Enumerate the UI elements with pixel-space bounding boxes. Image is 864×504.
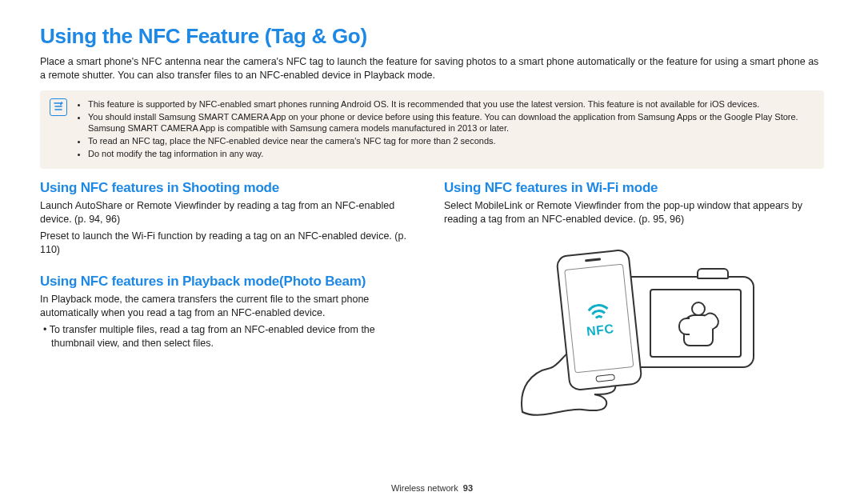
bullet-item: To transfer multiple files, read a tag f… [40,323,420,350]
phone-outline: NFC [555,248,642,391]
left-column: Using NFC features in Shooting mode Laun… [40,180,420,412]
nfc-signal-icon [581,298,615,323]
nfc-label: NFC [586,322,614,338]
right-column: Using NFC features in Wi-Fi mode Select … [444,180,824,412]
illustration-container: NFC [444,244,824,412]
page-number: 93 [463,483,473,493]
body-text: Launch AutoShare or Remote Viewfinder by… [40,199,420,226]
nfc-illustration: NFC [514,244,754,412]
phone-home-button [595,374,615,382]
body-text: Select MobileLink or Remote Viewfinder f… [444,199,824,226]
info-item: Do not modify the tag information in any… [88,148,814,160]
manual-page: Using the NFC Feature (Tag & Go) Place a… [0,0,864,504]
section-playback-mode: Using NFC features in Playback mode(Phot… [40,274,420,350]
section-shooting-mode: Using NFC features in Shooting mode Laun… [40,180,420,257]
phone-screen: NFC [564,263,634,373]
page-footer: Wireless network 93 [0,483,864,493]
info-list: This feature is supported by NFC-enabled… [77,98,814,161]
phone-speaker [585,258,601,262]
info-callout: This feature is supported by NFC-enabled… [40,90,824,169]
intro-paragraph: Place a smart phone's NFC antenna near t… [40,55,824,82]
footer-section: Wireless network [391,483,458,493]
camera-shutter-button [697,268,729,279]
two-column-layout: Using NFC features in Shooting mode Laun… [40,180,824,412]
info-item: You should install Samsung SMART CAMERA … [88,111,814,135]
person-figure [677,302,718,348]
body-text: Preset to launch the Wi-Fi function by r… [40,230,420,257]
section-wifi-mode: Using NFC features in Wi-Fi mode Select … [444,180,824,226]
info-item: To read an NFC tag, place the NFC-enable… [88,135,814,147]
section-heading: Using NFC features in Shooting mode [40,180,420,196]
section-heading: Using NFC features in Playback mode(Phot… [40,274,420,290]
info-item: This feature is supported by NFC-enabled… [88,98,814,110]
section-heading: Using NFC features in Wi-Fi mode [444,180,824,196]
page-title: Using the NFC Feature (Tag & Go) [40,24,824,49]
body-text: In Playback mode, the camera transfers t… [40,293,420,320]
camera-screen [650,289,742,358]
note-icon [50,98,67,116]
